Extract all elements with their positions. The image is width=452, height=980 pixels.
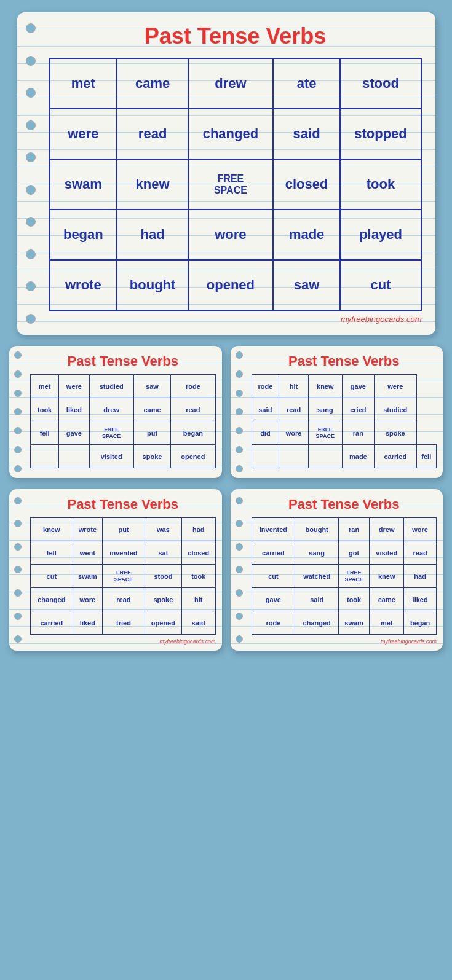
grid-cell: spoke bbox=[375, 421, 416, 445]
grid-cell: fell bbox=[416, 445, 436, 468]
bingo-grid: rodehitknewgaveweresaidreadsangcriedstud… bbox=[252, 374, 437, 468]
small-cards-row-1: Past Tense Verbs metwerestudiedsawrodeto… bbox=[9, 346, 443, 478]
grid-cell: put bbox=[103, 518, 145, 541]
grid-cell: sang bbox=[308, 398, 342, 421]
bingo-grid: metwerestudiedsawrodetooklikeddrewcamere… bbox=[30, 374, 216, 468]
grid-cell: read bbox=[117, 109, 188, 159]
grid-cell: liked bbox=[73, 611, 103, 635]
card-title: Past Tense Verbs bbox=[49, 23, 422, 49]
hole bbox=[14, 465, 22, 472]
hole bbox=[26, 217, 36, 227]
grid-cell: said bbox=[295, 588, 339, 611]
hole bbox=[14, 520, 22, 527]
grid-cell: played bbox=[340, 210, 421, 260]
grid-cell: FREESPACE bbox=[89, 421, 133, 445]
card-title: Past Tense Verbs bbox=[252, 496, 437, 512]
grid-cell: read bbox=[171, 398, 215, 421]
hole bbox=[26, 120, 36, 130]
grid-cell: took bbox=[182, 565, 215, 588]
hole bbox=[236, 543, 243, 551]
grid-cell: opened bbox=[145, 611, 181, 635]
grid-cell: stopped bbox=[340, 109, 421, 159]
hole bbox=[14, 497, 22, 504]
grid-cell: were bbox=[50, 109, 117, 159]
grid-cell: bought bbox=[117, 260, 188, 310]
grid-cell: changed bbox=[31, 588, 73, 611]
grid-cell: drew bbox=[89, 398, 133, 421]
grid-cell: changed bbox=[188, 109, 273, 159]
hole bbox=[26, 152, 36, 162]
grid-cell: wore bbox=[188, 210, 273, 260]
hole bbox=[236, 446, 243, 453]
grid-cell: visited bbox=[89, 445, 133, 468]
hole bbox=[14, 566, 22, 573]
grid-cell: carried bbox=[252, 541, 295, 565]
card-content: Past Tense Verbs metwerestudiedsawrodeto… bbox=[9, 346, 222, 478]
grid-cell: knew bbox=[308, 375, 342, 398]
grid-cell: knew bbox=[31, 518, 73, 541]
grid-cell: wore bbox=[404, 518, 437, 541]
grid-cell: came bbox=[133, 398, 170, 421]
grid-cell: invented bbox=[252, 518, 295, 541]
grid-cell: ran bbox=[339, 518, 370, 541]
grid-cell: rode bbox=[171, 375, 215, 398]
grid-cell: began bbox=[404, 611, 437, 635]
small-bingo-card-4: Past Tense Verbs inventedboughtrandrewwo… bbox=[231, 489, 443, 651]
grid-cell: fell bbox=[31, 541, 73, 565]
bingo-grid: knewwroteputwashadfellwentinventedsatclo… bbox=[30, 517, 216, 635]
grid-cell: began bbox=[171, 421, 215, 445]
grid-cell: FREESPACE bbox=[103, 565, 145, 588]
hole bbox=[26, 23, 36, 33]
grid-cell: came bbox=[370, 588, 404, 611]
grid-cell: swam bbox=[339, 611, 370, 635]
grid-cell: swam bbox=[50, 159, 117, 210]
hole-punches bbox=[14, 346, 22, 478]
grid-cell: put bbox=[133, 421, 170, 445]
grid-cell: met bbox=[370, 611, 404, 635]
grid-cell: were bbox=[59, 375, 89, 398]
grid-cell: carried bbox=[375, 445, 416, 468]
grid-cell: gave bbox=[342, 375, 374, 398]
small-bingo-card-1: Past Tense Verbs metwerestudiedsawrodeto… bbox=[9, 346, 222, 478]
grid-cell: stood bbox=[340, 58, 421, 109]
small-bingo-card-2: Past Tense Verbs rodehitknewgaveweresaid… bbox=[231, 346, 443, 478]
hole bbox=[236, 351, 243, 359]
grid-cell: went bbox=[73, 541, 103, 565]
hole bbox=[236, 635, 243, 643]
grid-cell: cut bbox=[340, 260, 421, 310]
grid-cell: took bbox=[339, 588, 370, 611]
grid-cell: said bbox=[182, 611, 215, 635]
card-title: Past Tense Verbs bbox=[252, 353, 437, 369]
hole-punches bbox=[236, 346, 243, 478]
card-footer: myfreebingocards.com bbox=[49, 315, 422, 324]
grid-cell: began bbox=[50, 210, 117, 260]
grid-cell: took bbox=[340, 159, 421, 210]
grid-cell: sang bbox=[295, 541, 339, 565]
hole bbox=[26, 88, 36, 98]
card-footer: myfreebingocards.com bbox=[30, 638, 216, 645]
card-content: Past Tense Verbs metcamedrewatestoodwere… bbox=[17, 12, 435, 335]
grid-cell: were bbox=[375, 375, 416, 398]
grid-cell bbox=[252, 445, 279, 468]
grid-cell: studied bbox=[89, 375, 133, 398]
hole bbox=[26, 314, 36, 324]
grid-cell bbox=[308, 445, 342, 468]
hole bbox=[14, 543, 22, 551]
grid-cell: knew bbox=[117, 159, 188, 210]
grid-cell: met bbox=[50, 58, 117, 109]
grid-cell: tried bbox=[103, 611, 145, 635]
grid-cell: watched bbox=[295, 565, 339, 588]
card-footer: myfreebingocards.com bbox=[252, 638, 437, 645]
grid-cell: visited bbox=[370, 541, 404, 565]
hole bbox=[26, 249, 36, 259]
grid-cell: made bbox=[273, 210, 341, 260]
card-content: Past Tense Verbs inventedboughtrandrewwo… bbox=[231, 489, 443, 651]
hole bbox=[236, 370, 243, 378]
hole bbox=[236, 465, 243, 472]
grid-cell: read bbox=[103, 588, 145, 611]
grid-cell: got bbox=[339, 541, 370, 565]
hole bbox=[236, 390, 243, 397]
hole bbox=[236, 497, 243, 504]
grid-cell: said bbox=[273, 109, 341, 159]
hole bbox=[14, 427, 22, 434]
